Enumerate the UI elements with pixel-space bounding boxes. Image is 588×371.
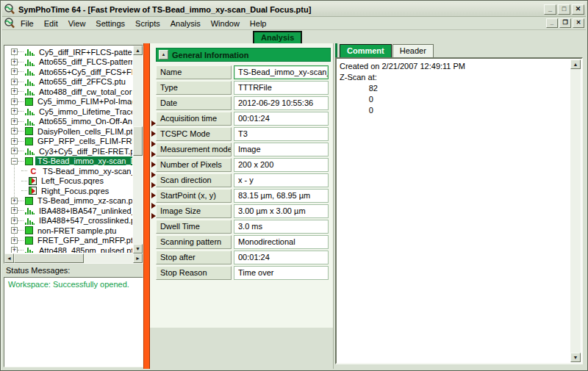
histogram-icon xyxy=(25,217,35,225)
child-restore-button[interactable]: ❐ xyxy=(559,18,571,28)
tree-expand-icon[interactable]: + xyxy=(11,227,18,234)
tree-item[interactable]: +Cy5_immo_Lifetime_Trace.ptu xyxy=(5,107,132,117)
tree-item[interactable]: +Atto655_immo_On-Off-Analys xyxy=(5,117,132,127)
title-bar: SymPhoTime 64 - [Fast Preview of TS-Bead… xyxy=(2,2,586,17)
splitter-arrow-icon xyxy=(151,192,156,198)
menu-analysis[interactable]: Analysis xyxy=(165,18,206,29)
tree-item[interactable]: +IBA488+IBA547_unlinked_mix xyxy=(5,206,132,216)
scroll-up-icon[interactable]: ▲ xyxy=(570,60,581,69)
splitter-arrow-icon xyxy=(151,182,156,188)
info-row-value[interactable]: Monodirectional xyxy=(234,235,329,249)
tree-expand-icon[interactable]: + xyxy=(11,98,18,105)
tree-item[interactable]: +non-FRET sample.ptu xyxy=(5,226,132,236)
info-row-value[interactable]: 200 x 200 xyxy=(234,158,329,172)
splitter-arrow-icon xyxy=(151,172,156,178)
close-button[interactable]: ✕ xyxy=(572,4,584,15)
tree-horizontal-scrollbar[interactable]: ◄ ► xyxy=(4,253,143,263)
info-row-value[interactable]: Image xyxy=(234,143,329,156)
tab-header[interactable]: Header xyxy=(392,44,434,57)
menu-edit[interactable]: Edit xyxy=(39,18,63,29)
scroll-up-icon[interactable]: ▲ xyxy=(133,46,143,55)
tree-item[interactable]: +FRET_GFP_and_mRFP.ptu xyxy=(5,236,132,246)
tab-comment[interactable]: Comment xyxy=(340,44,392,57)
tree-item[interactable]: +Atto488_485nm_pulsed.ptu xyxy=(5,245,132,253)
tree-expand-icon[interactable]: + xyxy=(11,48,18,55)
comment-scrollbar[interactable]: ▲ ▼ xyxy=(570,60,581,362)
tree-item[interactable]: −TS-Bead_immo_xy-scan_Dua xyxy=(5,156,132,167)
menu-settings[interactable]: Settings xyxy=(90,18,130,29)
minimize-button[interactable]: _ xyxy=(544,4,556,15)
tree-expand-icon[interactable]: + xyxy=(11,88,18,95)
tree-item[interactable]: +Cy5_diff_IRF+FLCS-pattern.pt xyxy=(5,47,132,57)
tree-item[interactable]: +Cy5_immo_FLIM+Pol-Imaging.p xyxy=(5,97,132,107)
app-logo-icon xyxy=(4,4,15,15)
info-row-label: Acquisition time xyxy=(156,112,232,126)
tree-item[interactable]: +DaisyPollen_cells_FLIM.ptu xyxy=(5,126,132,137)
menu-view[interactable]: View xyxy=(63,18,91,29)
tree-item[interactable]: Right_Focus.pqres xyxy=(5,186,132,196)
panel-splitter[interactable] xyxy=(143,43,150,369)
scrollbar-thumb[interactable] xyxy=(133,126,143,156)
tree-item[interactable]: +TS-Bead_immo_xz-scan.ptu xyxy=(5,196,132,206)
tree-item-label: non-FRET sample.ptu xyxy=(35,226,132,235)
tree-expand-icon[interactable]: + xyxy=(11,128,18,134)
info-row-value[interactable]: 00:01:24 xyxy=(234,112,329,126)
tree-expand-icon[interactable]: + xyxy=(11,217,18,224)
maximize-button[interactable]: □ xyxy=(558,4,570,15)
menu-window[interactable]: Window xyxy=(206,18,245,29)
tree-expand-icon[interactable]: + xyxy=(11,237,18,244)
tree-expand-icon[interactable]: + xyxy=(11,148,18,154)
tree-item-label: Atto655_immo_On-Off-Analys xyxy=(37,117,132,126)
tree-item[interactable]: +Atto655_diff_2FFCS.ptu xyxy=(5,77,132,87)
tree-expand-icon[interactable]: + xyxy=(11,108,18,115)
scroll-left-icon[interactable]: ◄ xyxy=(4,253,14,263)
tree-item[interactable]: +GFP_RFP_cells_FLIM-FRET.pt xyxy=(5,137,132,147)
info-row-value[interactable]: 3.0 ms xyxy=(234,220,329,234)
histogram-icon xyxy=(25,87,35,96)
info-row-value[interactable]: T3 xyxy=(234,127,329,141)
info-row-value[interactable]: x - y xyxy=(234,173,329,187)
scrollbar-thumb[interactable] xyxy=(14,253,84,263)
splitter-arrow-icon xyxy=(151,141,156,147)
tree-expand-icon[interactable]: + xyxy=(11,138,18,145)
tree-item[interactable]: +Cy3+Cy5_diff_PIE-FRET.ptu xyxy=(5,146,132,156)
tree-expand-icon[interactable]: + xyxy=(11,118,18,125)
scroll-down-icon[interactable]: ▼ xyxy=(133,244,143,253)
info-row-value[interactable]: 83.15 µm, 68.95 µm xyxy=(234,189,329,203)
info-row-value[interactable]: Time over xyxy=(234,266,329,280)
tree-item[interactable]: +Atto655_diff_FLCS-pattern.pt xyxy=(5,57,132,68)
info-row-value[interactable]: TTTRFile xyxy=(234,81,329,95)
child-close-button[interactable]: ✕ xyxy=(573,18,584,28)
menu-file[interactable]: File xyxy=(15,18,39,29)
info-row-value[interactable]: 2012-06-29 10:55:36 xyxy=(234,96,329,110)
tree-item[interactable]: Left_Focus.pqres xyxy=(5,176,132,187)
scroll-down-icon[interactable]: ▼ xyxy=(570,353,581,362)
info-row-value[interactable]: 3.00 µm x 3.00 µm xyxy=(234,204,329,218)
tree-item-label: Cy3+Cy5_diff_PIE-FRET.ptu xyxy=(37,147,132,156)
scroll-right-icon[interactable]: ► xyxy=(133,253,143,263)
tree-expand-icon[interactable]: + xyxy=(11,198,18,204)
menu-scripts[interactable]: Scripts xyxy=(130,18,165,29)
tree-expand-icon[interactable]: + xyxy=(11,68,18,75)
tree-expand-icon[interactable]: + xyxy=(11,207,18,214)
menu-help[interactable]: Help xyxy=(245,18,272,29)
tree-item[interactable]: +Atto655+Cy5_diff_FCS+FLCS xyxy=(5,67,132,77)
tree-item[interactable]: +Atto488_diff_cw_total_correl xyxy=(5,87,132,97)
tree-item[interactable]: +IBA488+547_crosslinked.ptu xyxy=(5,216,132,226)
tree-expand-icon[interactable]: + xyxy=(11,79,18,85)
tree-expand-icon[interactable]: + xyxy=(11,247,18,253)
info-row-value[interactable]: 00:01:24 xyxy=(234,251,329,264)
splitter-arrow-icon xyxy=(151,162,156,168)
info-row-value[interactable]: TS-Bead_immo_xy-scan_Dual xyxy=(234,65,329,79)
tree-connector-line xyxy=(18,51,24,52)
splitter-arrow-icon xyxy=(151,213,156,219)
tree-collapse-icon[interactable]: − xyxy=(11,158,18,165)
result-play-icon xyxy=(29,187,37,195)
child-minimize-button[interactable]: _ xyxy=(546,18,558,28)
tree-vertical-scrollbar[interactable]: ▲ ▼ xyxy=(133,46,143,253)
tab-analysis[interactable]: Analysis xyxy=(253,31,302,43)
tree-connector-line xyxy=(18,111,24,112)
collapse-section-icon[interactable]: ▲ xyxy=(159,50,168,60)
tree-expand-icon[interactable]: + xyxy=(11,59,18,65)
tree-item[interactable]: CTS-Bead_immo_xy-scan_ xyxy=(5,166,132,176)
